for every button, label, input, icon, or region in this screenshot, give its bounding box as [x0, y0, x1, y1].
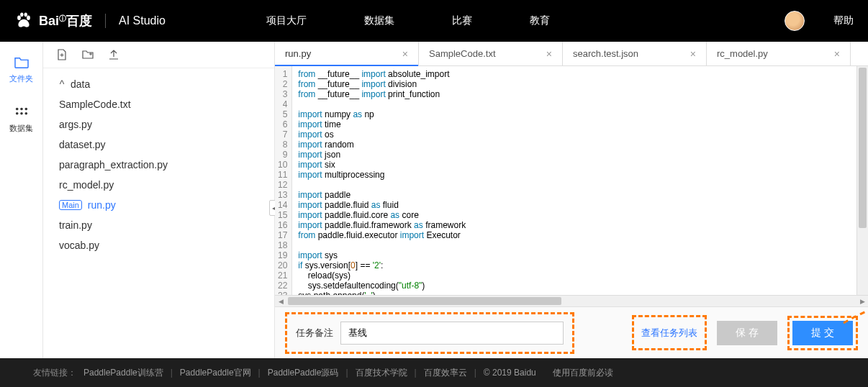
svg-point-3 [24, 13, 27, 17]
tree-file[interactable]: vocab.py [43, 235, 274, 255]
remark-label: 任务备注 [296, 327, 333, 340]
upload-icon[interactable] [108, 49, 119, 60]
divider [105, 14, 106, 28]
footer-link[interactable]: PaddlePaddle源码 [268, 367, 339, 379]
file-tree: ^data SampleCode.txt args.py dataset.py … [43, 68, 274, 261]
tree-file[interactable]: paragraph_extraction.py [43, 155, 274, 175]
editor-tabs: run.py× SampleCode.txt× search.test.json… [275, 42, 868, 66]
footer: 友情链接： PaddlePaddle训练营| PaddlePaddle官网| P… [0, 358, 868, 387]
tree-file[interactable]: args.py [43, 114, 274, 135]
code-content[interactable]: from __future__ import absolute_importfr… [292, 66, 868, 295]
view-tasks-link[interactable]: 查看任务列表 [641, 327, 697, 338]
new-folder-icon[interactable] [82, 49, 94, 60]
tree-file-selected[interactable]: Mainrun.py [43, 195, 274, 215]
chevron-icon: ^ [59, 78, 65, 90]
logo[interactable]: Baiⓘ百度 AI Studio [14, 12, 166, 30]
paw-icon [14, 12, 33, 30]
rail-dataset-label: 数据集 [9, 123, 33, 134]
submit-button[interactable]: 提 交 [792, 321, 853, 345]
file-panel: ^data SampleCode.txt args.py dataset.py … [43, 42, 275, 358]
footer-link[interactable]: PaddlePaddle训练营 [83, 367, 163, 379]
footer-label: 友情链接： [33, 367, 76, 379]
save-button[interactable]: 保 存 [717, 321, 777, 345]
footer-link[interactable]: 百度技术学院 [356, 367, 407, 379]
svg-point-6 [24, 108, 27, 111]
brand-text: Baiⓘ百度 [39, 12, 92, 29]
tree-file[interactable]: train.py [43, 215, 274, 235]
nav-competitions[interactable]: 比赛 [452, 14, 472, 27]
svg-point-9 [24, 112, 27, 115]
svg-point-8 [20, 112, 23, 115]
footer-link[interactable]: PaddlePaddle官网 [180, 367, 251, 379]
svg-point-0 [17, 15, 21, 20]
submit-group: 提 交 [787, 316, 858, 350]
folder-icon [14, 56, 30, 69]
svg-point-5 [20, 108, 23, 111]
close-icon[interactable]: × [402, 48, 408, 60]
avatar[interactable] [785, 11, 805, 31]
rail-files-label: 文件夹 [9, 73, 33, 84]
tab-runpy[interactable]: run.py× [275, 42, 419, 65]
vertical-scrollbar[interactable] [856, 66, 868, 295]
remark-input[interactable] [340, 322, 564, 345]
header: Baiⓘ百度 AI Studio 项目大厅 数据集 比赛 教育 帮助 [0, 0, 868, 42]
remark-group: 任务备注 [285, 312, 574, 354]
code-editor[interactable]: 123456789101112131415161718192021222324 … [275, 66, 868, 295]
scroll-right-icon[interactable]: ▶ [856, 296, 868, 306]
tab-rcmodel[interactable]: rc_model.py× [707, 42, 851, 65]
main-badge: Main [59, 200, 82, 210]
tab-samplecode[interactable]: SampleCode.txt× [419, 42, 563, 65]
footer-link[interactable]: 百度效率云 [424, 367, 467, 379]
left-rail: 文件夹 数据集 [0, 42, 43, 358]
line-gutter: 123456789101112131415161718192021222324 [275, 66, 292, 295]
nav-projects[interactable]: 项目大厅 [266, 14, 307, 27]
nav-education[interactable]: 教育 [530, 14, 550, 27]
rail-dataset[interactable]: 数据集 [9, 106, 33, 134]
rail-files[interactable]: 文件夹 [9, 56, 33, 84]
scroll-thumb[interactable] [859, 68, 867, 228]
main: 文件夹 数据集 ^data SampleCode.txt args.py dat… [0, 42, 868, 358]
product-name: AI Studio [119, 14, 166, 27]
tree-file[interactable]: dataset.py [43, 135, 274, 155]
main-nav: 项目大厅 数据集 比赛 教育 [266, 14, 550, 27]
close-icon[interactable]: × [690, 48, 696, 60]
copyright: © 2019 Baidu [484, 368, 536, 378]
close-icon[interactable]: × [546, 48, 552, 60]
view-tasks-group: 查看任务列表 [632, 315, 707, 350]
svg-point-2 [20, 13, 23, 17]
tab-searchjson[interactable]: search.test.json× [563, 42, 707, 65]
horizontal-scrollbar[interactable]: ◀ ▶ [275, 295, 868, 306]
tree-file[interactable]: rc_model.py [43, 175, 274, 195]
svg-point-7 [15, 112, 18, 115]
grid-icon [14, 106, 30, 119]
close-icon[interactable]: × [834, 48, 840, 60]
nav-datasets[interactable]: 数据集 [364, 14, 394, 27]
new-file-icon[interactable] [56, 49, 68, 60]
tree-folder-data[interactable]: ^data [43, 74, 274, 94]
svg-point-4 [15, 108, 18, 111]
run-bar: 任务备注 查看任务列表 保 存 提 交 [275, 306, 868, 358]
tree-file[interactable]: SampleCode.txt [43, 94, 274, 114]
header-right: 帮助 [785, 11, 854, 31]
scroll-left-icon[interactable]: ◀ [275, 296, 286, 306]
svg-point-1 [27, 15, 30, 20]
scroll-thumb[interactable] [288, 297, 561, 305]
must-read-link[interactable]: 使用百度前必读 [553, 367, 613, 379]
editor-area: ◀ run.py× SampleCode.txt× search.test.js… [275, 42, 868, 358]
help-link[interactable]: 帮助 [833, 14, 854, 27]
file-toolbar [43, 42, 274, 68]
app-root: Baiⓘ百度 AI Studio 项目大厅 数据集 比赛 教育 帮助 文件夹 数… [0, 0, 868, 387]
